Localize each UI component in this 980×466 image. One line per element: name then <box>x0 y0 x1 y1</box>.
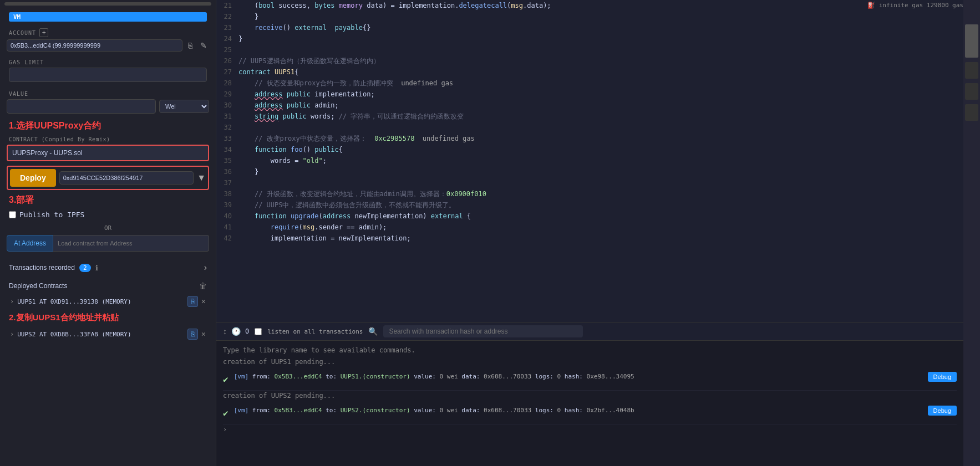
gas-limit-input[interactable]: 3000000 <box>9 68 207 82</box>
contract2-arrow[interactable]: › <box>10 330 14 338</box>
contract1-close-button[interactable]: × <box>201 297 206 306</box>
code-line-39: 39 // UUPS中，逻辑函数中必须包含升级函数，不然就不能再升级了。 <box>216 199 963 211</box>
scrollbar-top[interactable] <box>4 2 211 6</box>
trash-icon[interactable]: 🗑 <box>199 281 207 290</box>
at-address-row: At Address <box>7 235 209 252</box>
console-count: 0 <box>245 327 249 335</box>
wei-select[interactable]: Wei Gwei Finney Ether <box>159 100 209 113</box>
transactions-badge: 2 <box>79 264 91 272</box>
debug-button-1[interactable]: Debug <box>928 372 957 382</box>
deploy-button[interactable]: Deploy <box>10 169 56 187</box>
code-line-40: 40 function upgrade(address newImplement… <box>216 211 963 222</box>
code-line-26: 26 // UUPS逻辑合约（升级函数写在逻辑合约内） <box>216 55 963 66</box>
code-line-35: 35 words = "old"; <box>216 155 963 166</box>
console-entry-1: ✔ [vm] from: 0x5B3...eddC4 to: UUPS1.(co… <box>223 368 957 391</box>
right-panel: 21 (bool success, bytes memory data) = i… <box>216 0 963 466</box>
publish-row: Publish to IPFS <box>9 211 207 219</box>
at-address-input[interactable] <box>53 235 209 252</box>
publish-label: Publish to IPFS <box>19 211 84 219</box>
contract2-close-button[interactable]: × <box>201 330 206 339</box>
copy-account-button[interactable]: ⎘ <box>186 40 195 51</box>
transactions-row: Transactions recorded 2 ℹ › <box>9 263 207 273</box>
console-body: Type the library name to see available c… <box>216 341 963 466</box>
gas-limit-label: GAS LIMIT <box>9 59 207 65</box>
code-line-30: 30 address public admin; <box>216 100 963 111</box>
account-row: 0x5B3...eddC4 (99.99999999999 ⎘ ✎ <box>7 39 209 52</box>
check-icon-1: ✔ <box>223 372 229 387</box>
contract-item-1: › UUPS1 AT 0XD91...39138 (MEMORY) ⎘ × <box>7 294 209 309</box>
console-line1: Type the library name to see available c… <box>223 345 957 356</box>
annotation2: 2.复制UUPS1合约地址并粘贴 <box>9 313 207 323</box>
contract2-copy-button[interactable]: ⎘ <box>187 329 198 340</box>
debug-button-2[interactable]: Debug <box>928 406 957 416</box>
console-arrows-button[interactable]: ↕ <box>223 327 227 336</box>
contract1-name: UUPS1 AT 0XD91...39138 (MEMORY) <box>17 298 184 305</box>
code-line-42: 42 implementation = newImplementation; <box>216 233 963 244</box>
entry-text-2: [vm] from: 0x5B3...eddC4 to: UUPS2.(cons… <box>234 406 922 416</box>
code-line-38: 38 // 升级函数，改变逻辑合约地址，只能由admin调用。选择器：0x090… <box>216 188 963 199</box>
console-entry-2: ✔ [vm] from: 0x5B3...eddC4 to: UUPS2.(co… <box>223 402 957 424</box>
contract1-copy-button[interactable]: ⎘ <box>187 296 198 307</box>
listen-checkbox[interactable] <box>255 328 262 335</box>
code-area: 21 (bool success, bytes memory data) = i… <box>216 0 963 322</box>
console-clock-button[interactable]: 🕐 <box>231 327 241 336</box>
far-right-strip <box>963 0 980 466</box>
console-search-icon[interactable]: 🔍 <box>368 327 378 336</box>
account-add-button[interactable]: + <box>39 28 48 37</box>
code-line-32: 32 <box>216 122 963 133</box>
listen-label: listen on all transactions <box>267 328 363 335</box>
code-line-34: 34 function foo() public{ <box>216 144 963 155</box>
console-line2: creation of UUPS1 pending... <box>223 357 957 367</box>
code-line-22: 22 } <box>216 11 963 22</box>
console-line3: creation of UUPS2 pending... <box>223 391 957 401</box>
entry-text-1: [vm] from: 0x5B3...eddC4 to: UUPS1.(cons… <box>234 372 922 382</box>
at-address-button[interactable]: At Address <box>7 235 53 252</box>
account-section-label: ACCOUNT + <box>9 28 207 37</box>
contract-item-2: › UUPS2 AT 0XD8B...33FA8 (MEMORY) ⎘ × <box>7 326 209 342</box>
deploy-row: Deploy 0xd9145CCE52D386f254917 ▼ <box>7 166 209 190</box>
publish-checkbox[interactable] <box>9 211 16 218</box>
code-line-37: 37 <box>216 177 963 188</box>
console-icons: ↕ 🕐 0 <box>223 327 249 336</box>
value-label: VALUE <box>9 91 207 97</box>
code-line-41: 41 require(msg.sender == admin); <box>216 222 963 233</box>
contract-select[interactable]: UUPSProxy - UUPS.sol <box>8 146 208 160</box>
check-icon-2: ✔ <box>223 406 229 421</box>
vm-badge: VM <box>9 12 207 22</box>
console-chevron: › <box>223 424 957 435</box>
value-input[interactable]: 0 <box>7 99 156 114</box>
code-line-36: 36 } <box>216 166 963 177</box>
deployed-contracts-label: Deployed Contracts <box>9 282 195 290</box>
or-divider: OR <box>0 224 216 232</box>
account-select[interactable]: 0x5B3...eddC4 (99.99999999999 <box>7 39 182 52</box>
edit-account-button[interactable]: ✎ <box>198 40 209 51</box>
code-line-27: 27 contract UUPS1{ <box>216 66 963 78</box>
code-line-21: 21 (bool success, bytes memory data) = i… <box>216 0 963 11</box>
deployed-contracts-header: Deployed Contracts 🗑 <box>9 281 207 290</box>
contract2-name: UUPS2 AT 0XD8B...33FA8 (MEMORY) <box>17 331 184 338</box>
annotation1: 1.选择UUPSProxy合约 <box>9 120 207 132</box>
code-line-33: 33 // 改变proxy中状态变量，选择器： 0xc2985578 undef… <box>216 133 963 144</box>
annotation3: 3.部署 <box>9 194 207 206</box>
console-toolbar: ↕ 🕐 0 listen on all transactions 🔍 <box>216 322 963 341</box>
console-area: ↕ 🕐 0 listen on all transactions 🔍 Type … <box>216 322 963 466</box>
left-panel: VM ACCOUNT + 0x5B3...eddC4 (99.999999999… <box>0 0 216 466</box>
contract1-arrow[interactable]: › <box>10 298 14 305</box>
transactions-label: Transactions recorded <box>9 264 75 272</box>
code-line-31: 31 string public words; // 字符串，可以通过逻辑合约的… <box>216 111 963 122</box>
info-icon[interactable]: ℹ <box>95 264 98 272</box>
code-line-24: 24 } <box>216 33 963 44</box>
code-line-29: 29 address public implementation; <box>216 89 963 100</box>
value-row: 0 Wei Gwei Finney Ether <box>7 99 209 114</box>
contract-select-wrap: UUPSProxy - UUPS.sol <box>7 145 209 161</box>
code-line-23: 23 receive() external payable{} <box>216 22 963 33</box>
code-line-28: 28 // 状态变量和proxy合约一致，防止插槽冲突 undefined ga… <box>216 78 963 89</box>
deploy-address-select[interactable]: 0xd9145CCE52D386f254917 <box>59 171 194 185</box>
code-line-25: 25 <box>216 44 963 55</box>
deploy-chevron[interactable]: ▼ <box>197 173 206 183</box>
transactions-expand-button[interactable]: › <box>204 263 207 273</box>
contract-compiled-label: CONTRACT (Compiled By Remix) <box>9 136 207 142</box>
console-search-input[interactable] <box>383 325 583 337</box>
